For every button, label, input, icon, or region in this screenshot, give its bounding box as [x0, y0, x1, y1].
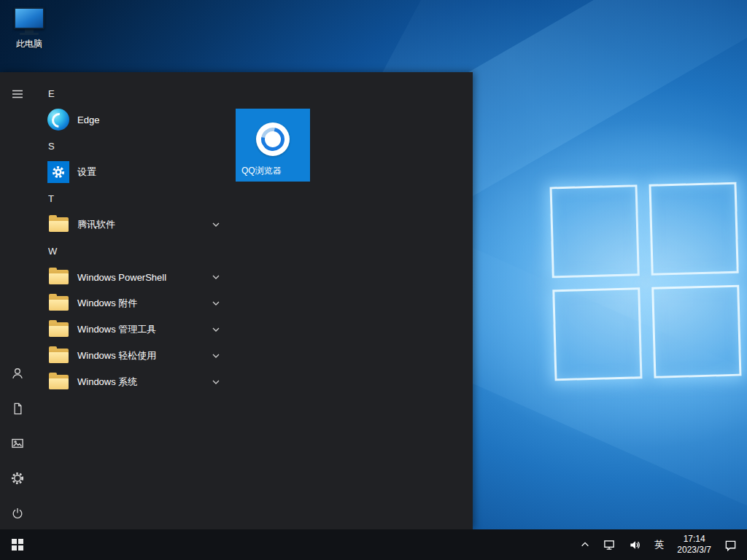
- pictures-button[interactable]: [0, 426, 35, 461]
- chevron-down-icon[interactable]: [212, 325, 220, 334]
- start-item-windows-accessories[interactable]: Windows 附件: [41, 290, 231, 316]
- user-icon: [10, 366, 25, 381]
- clock[interactable]: 17:14 2023/3/7: [676, 529, 713, 560]
- chevron-down-icon[interactable]: [212, 273, 220, 281]
- taskbar-empty-area: [35, 529, 578, 560]
- edge-icon: [47, 108, 70, 131]
- wallpaper-pane: [552, 287, 642, 381]
- gear-icon: [10, 471, 25, 486]
- folder-icon: [47, 292, 70, 315]
- chevron-down-icon[interactable]: [212, 351, 220, 360]
- documents-button[interactable]: [0, 391, 35, 426]
- settings-app-icon: [47, 160, 70, 184]
- folder-icon: [47, 265, 70, 289]
- folder-icon: [47, 213, 70, 236]
- wallpaper-pane: [550, 184, 640, 278]
- volume-button[interactable]: [627, 529, 643, 560]
- document-icon: [11, 402, 25, 416]
- folder-icon: [47, 344, 70, 368]
- folder-icon: [47, 370, 70, 394]
- chevron-down-icon[interactable]: [212, 299, 220, 308]
- start-app-list: E Edge S 设置: [41, 80, 231, 395]
- start-item-settings[interactable]: 设置: [41, 159, 231, 185]
- app-label: 设置: [77, 166, 96, 179]
- app-label: Windows 管理工具: [77, 323, 156, 336]
- start-item-windows-admin-tools[interactable]: Windows 管理工具: [41, 316, 231, 343]
- start-menu-rail: [0, 72, 35, 529]
- section-letter: W: [41, 246, 57, 257]
- clock-time: 17:14: [677, 534, 711, 545]
- start-button[interactable]: [0, 529, 35, 560]
- section-letter: E: [41, 88, 55, 99]
- tile-label: QQ浏览器: [241, 165, 282, 177]
- chevron-down-icon[interactable]: [212, 378, 220, 386]
- gear-icon: [50, 164, 66, 180]
- network-status-button[interactable]: [602, 529, 617, 560]
- action-center-button[interactable]: [723, 529, 738, 560]
- desktop-icon-this-pc[interactable]: 此电脑: [9, 7, 50, 50]
- wallpaper-pane: [649, 182, 739, 276]
- this-pc-icon: [14, 7, 44, 29]
- app-label: Windows 附件: [77, 297, 137, 310]
- settings-button[interactable]: [0, 461, 35, 496]
- app-label: Edge: [77, 114, 99, 125]
- expand-menu-button[interactable]: [0, 77, 35, 112]
- section-letter: T: [41, 193, 54, 204]
- hamburger-icon: [11, 88, 24, 101]
- start-menu: E Edge S 设置: [0, 72, 473, 529]
- this-pc-label: 此电脑: [9, 38, 50, 50]
- action-center-icon: [724, 539, 737, 551]
- this-pc-icon-base: [20, 33, 39, 35]
- taskbar: 英 17:14 2023/3/7: [0, 529, 747, 560]
- start-item-windows-system[interactable]: Windows 系统: [41, 369, 231, 395]
- app-label: Windows 轻松使用: [77, 349, 156, 362]
- folder-icon: [47, 318, 70, 341]
- chevron-down-icon[interactable]: [212, 220, 220, 229]
- user-account-button[interactable]: [0, 356, 35, 391]
- power-icon: [10, 506, 25, 521]
- clock-date: 2023/3/7: [677, 545, 711, 556]
- start-item-edge[interactable]: Edge: [41, 106, 231, 133]
- app-label: Windows 系统: [77, 376, 137, 389]
- power-button[interactable]: [0, 496, 35, 531]
- section-letter: S: [41, 141, 55, 152]
- pictures-icon: [10, 436, 25, 451]
- app-label: Windows PowerShell: [77, 272, 166, 283]
- network-icon: [603, 539, 616, 551]
- wallpaper-pane: [651, 285, 741, 378]
- section-header-s[interactable]: S: [41, 133, 231, 159]
- system-tray: 英 17:14 2023/3/7: [578, 529, 747, 560]
- qq-browser-icon: [256, 122, 290, 156]
- wallpaper-windows-logo: [550, 182, 742, 381]
- section-header-e[interactable]: E: [41, 80, 231, 106]
- tile-qq-browser[interactable]: QQ浏览器: [236, 109, 310, 182]
- app-label: 腾讯软件: [77, 218, 115, 231]
- start-item-windows-powershell[interactable]: Windows PowerShell: [41, 264, 231, 290]
- screen: 此电脑: [0, 0, 747, 560]
- section-header-w[interactable]: W: [41, 238, 231, 264]
- chevron-up-icon: [580, 540, 590, 550]
- ime-indicator[interactable]: 英: [653, 529, 665, 560]
- tray-overflow-button[interactable]: [578, 529, 592, 560]
- start-item-windows-ease-of-access[interactable]: Windows 轻松使用: [41, 343, 231, 369]
- section-header-t[interactable]: T: [41, 185, 231, 211]
- windows-logo-icon: [12, 539, 23, 551]
- start-item-tencent-folder[interactable]: 腾讯软件: [41, 211, 231, 238]
- speaker-icon: [629, 539, 641, 551]
